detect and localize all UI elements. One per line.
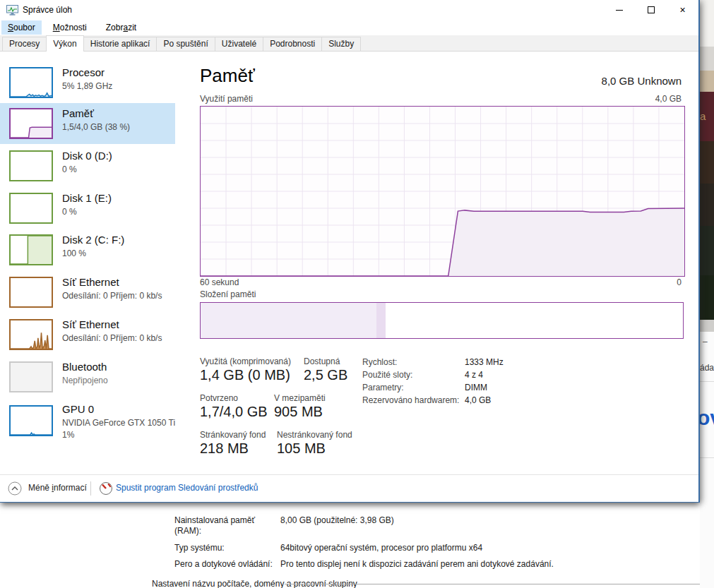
stat-label-form-factor: Parametry: [362,383,404,392]
maximize-icon [648,6,655,13]
stat-value-in-use: 1,4 GB (0 MB) [200,367,290,383]
wallpaper-fragment [700,71,714,92]
footer-bar: Méně informací Spustit program Sledování… [0,474,698,502]
tab-processes[interactable]: Procesy [2,37,47,51]
ethernet2-mini-graph [9,319,53,350]
window-title: Správce úloh [23,5,72,15]
composition-label: Složení paměti [200,289,256,299]
sidebar-item-ethernet2[interactable]: Síť Ethernet Odesílání: 0 Příjem: 0 kb/s [0,314,175,355]
gpu-mini-graph [9,405,53,436]
stat-label-in-use: Využitá (komprimovaná) [200,356,291,366]
page-title: Paměť [200,65,255,87]
memory-mini-graph [9,108,53,139]
app-icon [6,5,18,16]
stat-label-paged-pool: Stránkovaný fond [200,430,266,440]
disk0-mini-graph [9,150,53,181]
sidebar-item-bluetooth[interactable]: Bluetooth Nepřipojeno [0,356,175,397]
bg-ram-label: Nainstalovaná paměť (RAM): [174,515,275,536]
memory-capacity: 8,0 GB Unknown [602,75,682,87]
wallpaper-fragment [700,320,714,332]
bg-systype-label: Typ systému: [174,543,225,553]
wallpaper-fragment [700,226,714,275]
bg-systype-value: 64bitový operační systém, procesor pro p… [280,543,482,553]
stat-value-nonpaged-pool: 105 MB [277,440,326,457]
tab-services[interactable]: Služby [321,37,361,51]
memory-composition-bar[interactable] [200,302,684,339]
bg-group-rule [285,584,714,584]
wallpaper-fragment [700,184,714,226]
sidebar-item-disk2[interactable]: Disk 2 (C: F:) 100 % [0,229,175,270]
minimize-icon [616,10,623,11]
sidebar-item-disk1[interactable]: Disk 1 (E:) 0 % [0,188,175,229]
composition-segment-free [482,303,683,338]
composition-segment-standby [386,303,483,338]
less-info-button[interactable]: Méně informací [28,483,87,493]
title-bar[interactable]: Správce úloh × [0,0,698,20]
maximize-button[interactable] [635,0,667,20]
minimize-button[interactable] [603,0,635,20]
sidebar-item-gpu[interactable]: GPU 0 NVIDIA GeForce GTX 1050 Ti 1% [0,399,175,455]
task-manager-window: Správce úloh × Soubor Možnosti Zobrazit … [0,0,700,503]
stat-value-cached: 905 MB [274,404,323,420]
menu-file[interactable]: Soubor [1,20,42,35]
desktop-edge-sliver: a – áda ov [700,0,714,588]
sidebar-item-cpu[interactable]: Procesor 5% 1,89 GHz [0,62,175,103]
sidebar-item-ethernet1[interactable]: Síť Ethernet Odesílání: 0 Příjem: 0 kb/s [0,272,175,313]
sliver-divider [700,457,714,458]
stat-value-form-factor: DIMM [465,383,487,392]
tab-users[interactable]: Uživatelé [215,37,263,51]
wallpaper-fragment [700,141,714,184]
chevron-up-circle-icon[interactable] [8,481,22,496]
stat-value-speed: 1333 MHz [465,357,504,367]
time-axis-right: 0 [677,277,682,287]
stat-value-committed: 1,7/4,0 GB [200,404,268,420]
composition-segment-modified [376,303,386,338]
bluetooth-mini-graph [9,361,53,392]
graph-max-label: 4,0 GB [655,94,682,104]
resource-monitor-icon [99,481,113,496]
disk2-mini-graph [9,234,53,265]
stat-value-slots: 4 z 4 [465,370,483,380]
tab-details[interactable]: Podrobnosti [263,37,322,51]
sliver-dash: – [703,337,708,347]
stat-label-cached: V mezipaměti [274,393,326,403]
tab-strip: Procesy Výkon Historie aplikací Po spušt… [0,35,698,52]
memory-usage-graph[interactable] [200,106,685,277]
tab-performance[interactable]: Výkon [46,35,83,52]
cpu-mini-graph [9,67,53,98]
bg-ram-value: 8,00 GB (použitelné: 3,98 GB) [280,515,394,526]
stat-label-committed: Potvrzeno [200,393,238,403]
menu-options[interactable]: Možnosti [47,20,93,35]
menu-view[interactable]: Zobrazit [100,20,143,35]
disk1-mini-graph [9,193,53,224]
wallpaper-fragment [700,47,714,71]
stat-label-available: Dostupná [304,356,340,366]
wallpaper-fragment [700,0,714,47]
open-resource-monitor-link[interactable]: Spustit program Sledování prostředků [116,483,258,493]
performance-sidebar: Procesor 5% 1,89 GHz Paměť 1,5/4,0 GB (3… [0,52,175,474]
ethernet1-mini-graph [9,277,53,308]
sliver-text-fragment: áda [700,363,714,373]
wallpaper-letter-fragment: a [700,92,714,141]
menu-bar: Soubor Možnosti Zobrazit [0,20,698,35]
tab-startup[interactable]: Po spuštění [156,37,215,51]
stat-label-nonpaged-pool: Nestránkovaný fond [277,430,352,440]
bg-pentouch-label: Pero a dotykové ovládání: [174,559,273,570]
time-axis-left: 60 sekund [200,277,239,287]
composition-segment-in-use [201,303,377,338]
stat-value-available: 2,5 GB [304,367,347,383]
footer-separator [90,481,91,496]
stat-value-hw-reserved: 4,0 GB [465,395,491,405]
stat-label-speed: Rychlost: [362,357,397,367]
background-system-window[interactable]: Nainstalovaná paměť (RAM): 8,00 GB (použ… [0,503,714,588]
sidebar-item-memory[interactable]: Paměť 1,5/4,0 GB (38 %) [0,103,175,144]
sliver-divider [700,381,714,382]
tab-app-history[interactable]: Historie aplikací [83,37,157,51]
graph-label: Využití paměti [200,94,253,104]
stat-value-paged-pool: 218 MB [200,440,249,457]
bg-pentouch-value: Pro tento displej není k dispozici zadáv… [280,559,554,570]
stat-label-hw-reserved: Rezervováno hardwarem: [362,395,459,405]
stat-label-slots: Použité sloty: [362,370,412,380]
sidebar-item-disk0[interactable]: Disk 0 (D:) 0 % [0,145,175,186]
close-button[interactable]: × [667,0,698,20]
